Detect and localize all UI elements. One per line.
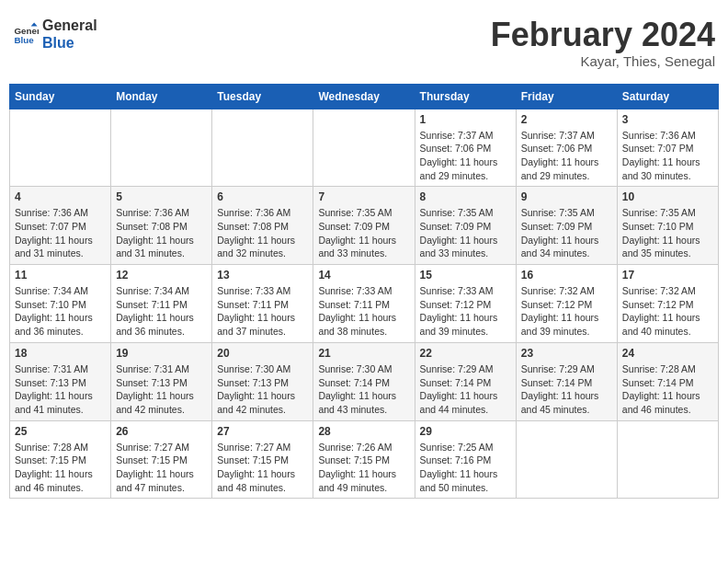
day-number: 29 [420, 425, 511, 438]
day-number: 15 [420, 269, 511, 282]
week-row-3: 11Sunrise: 7:34 AM Sunset: 7:10 PM Dayli… [10, 265, 719, 343]
calendar-cell: 6Sunrise: 7:36 AM Sunset: 7:08 PM Daylig… [212, 187, 313, 265]
calendar-cell: 8Sunrise: 7:35 AM Sunset: 7:09 PM Daylig… [415, 187, 516, 265]
day-info: Sunrise: 7:31 AM Sunset: 7:13 PM Dayligh… [116, 362, 207, 417]
day-info: Sunrise: 7:33 AM Sunset: 7:11 PM Dayligh… [217, 284, 308, 339]
day-info: Sunrise: 7:32 AM Sunset: 7:12 PM Dayligh… [622, 284, 713, 339]
calendar-cell: 27Sunrise: 7:27 AM Sunset: 7:15 PM Dayli… [212, 420, 313, 499]
calendar-cell: 4Sunrise: 7:36 AM Sunset: 7:07 PM Daylig… [10, 187, 111, 265]
day-number: 20 [217, 347, 308, 360]
calendar-cell: 22Sunrise: 7:29 AM Sunset: 7:14 PM Dayli… [415, 342, 516, 420]
day-number: 21 [318, 347, 409, 360]
day-info: Sunrise: 7:29 AM Sunset: 7:14 PM Dayligh… [420, 362, 511, 417]
page-header: General Blue General Blue February 2024 … [9, 9, 719, 76]
calendar-table: SundayMondayTuesdayWednesdayThursdayFrid… [9, 84, 719, 500]
day-info: Sunrise: 7:30 AM Sunset: 7:13 PM Dayligh… [217, 362, 308, 417]
day-info: Sunrise: 7:33 AM Sunset: 7:12 PM Dayligh… [420, 284, 511, 339]
weekday-header-wednesday: Wednesday [313, 84, 415, 109]
weekday-header-thursday: Thursday [415, 84, 516, 109]
day-info: Sunrise: 7:36 AM Sunset: 7:08 PM Dayligh… [217, 206, 308, 260]
day-number: 12 [116, 269, 207, 282]
day-info: Sunrise: 7:37 AM Sunset: 7:06 PM Dayligh… [521, 129, 612, 183]
month-year-title: February 2024 [491, 17, 715, 53]
calendar-cell: 15Sunrise: 7:33 AM Sunset: 7:12 PM Dayli… [415, 265, 516, 343]
weekday-header-sunday: Sunday [10, 84, 111, 109]
day-info: Sunrise: 7:37 AM Sunset: 7:06 PM Dayligh… [420, 129, 511, 183]
calendar-cell: 20Sunrise: 7:30 AM Sunset: 7:13 PM Dayli… [212, 342, 313, 420]
week-row-5: 25Sunrise: 7:28 AM Sunset: 7:15 PM Dayli… [10, 420, 719, 499]
calendar-cell: 19Sunrise: 7:31 AM Sunset: 7:13 PM Dayli… [111, 342, 212, 420]
calendar-cell: 12Sunrise: 7:34 AM Sunset: 7:11 PM Dayli… [111, 265, 212, 343]
logo-icon: General Blue [13, 21, 39, 47]
calendar-cell: 2Sunrise: 7:37 AM Sunset: 7:06 PM Daylig… [516, 109, 617, 187]
day-number: 16 [521, 269, 612, 282]
day-info: Sunrise: 7:26 AM Sunset: 7:15 PM Dayligh… [318, 441, 409, 495]
day-info: Sunrise: 7:28 AM Sunset: 7:15 PM Dayligh… [15, 441, 106, 495]
day-info: Sunrise: 7:34 AM Sunset: 7:10 PM Dayligh… [15, 284, 106, 339]
day-number: 19 [116, 347, 207, 360]
day-info: Sunrise: 7:30 AM Sunset: 7:14 PM Dayligh… [318, 362, 409, 417]
day-number: 22 [420, 347, 511, 360]
weekday-header-tuesday: Tuesday [212, 84, 313, 109]
calendar-cell: 14Sunrise: 7:33 AM Sunset: 7:11 PM Dayli… [313, 265, 415, 343]
day-number: 14 [318, 269, 409, 282]
calendar-cell: 25Sunrise: 7:28 AM Sunset: 7:15 PM Dayli… [10, 420, 111, 499]
calendar-cell: 21Sunrise: 7:30 AM Sunset: 7:14 PM Dayli… [313, 342, 415, 420]
calendar-cell: 24Sunrise: 7:28 AM Sunset: 7:14 PM Dayli… [617, 342, 718, 420]
calendar-cell: 28Sunrise: 7:26 AM Sunset: 7:15 PM Dayli… [313, 420, 415, 499]
calendar-cell [10, 109, 111, 187]
svg-text:Blue: Blue [14, 35, 34, 45]
day-number: 11 [15, 269, 106, 282]
calendar-cell [111, 109, 212, 187]
location-subtitle: Kayar, Thies, Senegal [491, 53, 715, 69]
week-row-4: 18Sunrise: 7:31 AM Sunset: 7:13 PM Dayli… [10, 342, 719, 420]
day-info: Sunrise: 7:35 AM Sunset: 7:09 PM Dayligh… [521, 206, 612, 260]
calendar-cell: 1Sunrise: 7:37 AM Sunset: 7:06 PM Daylig… [415, 109, 516, 187]
day-number: 27 [217, 425, 308, 438]
calendar-cell: 13Sunrise: 7:33 AM Sunset: 7:11 PM Dayli… [212, 265, 313, 343]
day-number: 13 [217, 269, 308, 282]
logo-blue: Blue [42, 34, 97, 52]
svg-marker-2 [31, 23, 38, 27]
day-number: 8 [420, 190, 511, 203]
day-info: Sunrise: 7:28 AM Sunset: 7:14 PM Dayligh… [622, 362, 713, 417]
day-info: Sunrise: 7:36 AM Sunset: 7:08 PM Dayligh… [116, 206, 207, 260]
day-number: 28 [318, 425, 409, 438]
day-info: Sunrise: 7:36 AM Sunset: 7:07 PM Dayligh… [15, 206, 106, 260]
logo-general: General [42, 17, 97, 34]
calendar-cell [516, 420, 617, 499]
calendar-cell [313, 109, 415, 187]
day-number: 6 [217, 190, 308, 203]
calendar-cell: 29Sunrise: 7:25 AM Sunset: 7:16 PM Dayli… [415, 420, 516, 499]
day-info: Sunrise: 7:35 AM Sunset: 7:09 PM Dayligh… [318, 206, 409, 260]
day-number: 1 [420, 113, 511, 126]
day-number: 3 [622, 113, 713, 126]
calendar-cell: 16Sunrise: 7:32 AM Sunset: 7:12 PM Dayli… [516, 265, 617, 343]
day-number: 4 [15, 190, 106, 203]
weekday-header-saturday: Saturday [617, 84, 718, 109]
day-number: 17 [622, 269, 713, 282]
weekday-header-row: SundayMondayTuesdayWednesdayThursdayFrid… [10, 84, 719, 109]
day-number: 10 [622, 190, 713, 203]
calendar-cell [212, 109, 313, 187]
calendar-cell: 3Sunrise: 7:36 AM Sunset: 7:07 PM Daylig… [617, 109, 718, 187]
day-info: Sunrise: 7:33 AM Sunset: 7:11 PM Dayligh… [318, 284, 409, 339]
title-block: February 2024 Kayar, Thies, Senegal [491, 17, 715, 69]
calendar-cell: 11Sunrise: 7:34 AM Sunset: 7:10 PM Dayli… [10, 265, 111, 343]
day-info: Sunrise: 7:27 AM Sunset: 7:15 PM Dayligh… [116, 441, 207, 495]
day-info: Sunrise: 7:27 AM Sunset: 7:15 PM Dayligh… [217, 441, 308, 495]
day-number: 26 [116, 425, 207, 438]
day-number: 2 [521, 113, 612, 126]
day-info: Sunrise: 7:31 AM Sunset: 7:13 PM Dayligh… [15, 362, 106, 417]
calendar-cell: 5Sunrise: 7:36 AM Sunset: 7:08 PM Daylig… [111, 187, 212, 265]
calendar-cell: 18Sunrise: 7:31 AM Sunset: 7:13 PM Dayli… [10, 342, 111, 420]
weekday-header-monday: Monday [111, 84, 212, 109]
day-info: Sunrise: 7:29 AM Sunset: 7:14 PM Dayligh… [521, 362, 612, 417]
day-info: Sunrise: 7:34 AM Sunset: 7:11 PM Dayligh… [116, 284, 207, 339]
week-row-1: 1Sunrise: 7:37 AM Sunset: 7:06 PM Daylig… [10, 109, 719, 187]
logo: General Blue General Blue [13, 17, 97, 52]
day-info: Sunrise: 7:36 AM Sunset: 7:07 PM Dayligh… [622, 129, 713, 183]
day-info: Sunrise: 7:25 AM Sunset: 7:16 PM Dayligh… [420, 441, 511, 495]
day-number: 5 [116, 190, 207, 203]
calendar-cell: 26Sunrise: 7:27 AM Sunset: 7:15 PM Dayli… [111, 420, 212, 499]
